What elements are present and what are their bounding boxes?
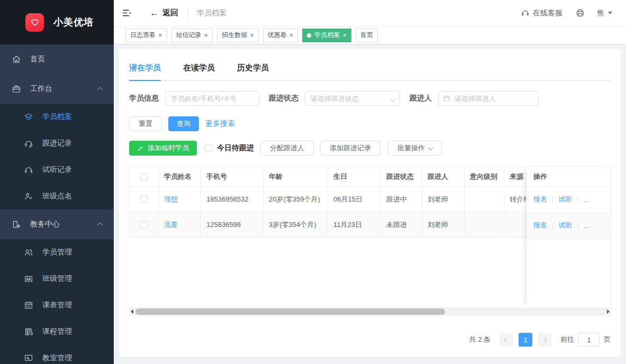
sidebar-item-follow-records[interactable]: 跟进记录 [0, 130, 114, 157]
sidebar-item-home[interactable]: 首页 [0, 44, 114, 74]
close-icon[interactable]: × [158, 32, 162, 39]
follow-status-select[interactable] [305, 91, 400, 106]
sidebar-item-classroom-management[interactable]: 教室管理 [0, 345, 114, 364]
filter-row: 学员信息 跟进状态 跟进人 [129, 91, 611, 106]
assign-follower-button[interactable]: 分配跟进人 [260, 141, 314, 156]
more-search-link[interactable]: 更多搜索 [205, 119, 235, 129]
more-actions-link[interactable]: ... [583, 196, 589, 204]
sidebar-item-course-management[interactable]: 课程管理 [0, 319, 114, 345]
pencil-icon [137, 145, 144, 152]
sidebar-item-class-management[interactable]: 班级管理 [0, 266, 114, 292]
tag-label: 日志查看 [130, 31, 156, 40]
sidebar-item-class-rollcall[interactable]: 班级点名 [0, 183, 114, 210]
goto-page-input[interactable] [578, 333, 600, 347]
divider [188, 8, 188, 18]
student-info-input[interactable] [165, 91, 259, 106]
page-number-button[interactable]: 1 [519, 333, 532, 347]
close-icon[interactable]: × [342, 32, 347, 39]
prev-page-button[interactable] [500, 333, 513, 347]
sidebar-item-student-archive[interactable]: 学员档案 [0, 104, 114, 130]
signup-link[interactable]: 报名 [533, 195, 547, 204]
tab-history-students[interactable]: 历史学员 [237, 63, 269, 80]
app-window: 小美优培 首页 工作台 学员档案 跟进记录 试听记录 [0, 0, 626, 364]
briefcase-icon [12, 84, 21, 94]
divider: | [577, 222, 578, 229]
row-operations: 报名 | 试听 | ... [527, 187, 611, 213]
row-checkbox[interactable] [140, 221, 148, 229]
student-name-link[interactable]: 流星 [164, 221, 178, 229]
tab-potential-students[interactable]: 潜在学员 [129, 63, 161, 81]
class-group-icon [24, 274, 33, 284]
printer-icon[interactable] [575, 8, 585, 18]
add-follow-record-button[interactable]: 添加跟进记录 [320, 141, 380, 156]
close-icon[interactable]: × [204, 32, 208, 39]
tag-coupons[interactable]: 优惠卷× [263, 29, 298, 42]
pagination: 共 2 条 1 前往 页 [129, 333, 611, 347]
scroll-right-arrow[interactable] [605, 307, 611, 316]
search-button[interactable]: 查询 [168, 116, 199, 131]
tag-log-view[interactable]: 日志查看× [125, 29, 167, 42]
cell-follow-status: 跟进中 [381, 187, 422, 212]
tab-enrolled-students[interactable]: 在读学员 [183, 63, 215, 80]
breadcrumb: 学员档案 [197, 8, 226, 18]
add-temp-student-button[interactable]: 添加临时学员 [129, 141, 197, 156]
tag-student-archive-active[interactable]: 学员档案× [302, 29, 351, 42]
sidebar-item-label: 班级管理 [42, 274, 72, 284]
sidebar-group-academic-center[interactable]: 教务中心 [0, 210, 114, 239]
chevron-down-icon [429, 143, 432, 151]
search-buttons-row: 重置 查询 更多搜索 [129, 116, 611, 131]
signup-link[interactable]: 报名 [533, 221, 547, 230]
graduation-cap-icon [24, 112, 33, 122]
online-service-label: 在线客服 [533, 8, 563, 18]
col-follow-status: 跟进状态 [381, 167, 422, 187]
chevron-left-icon [504, 338, 509, 342]
sidebar-item-label: 跟进记录 [42, 139, 72, 148]
scroll-left-arrow[interactable] [129, 307, 135, 316]
fixed-operation-column: 操作 报名 | 试听 | ... 报名 | 试听 | ... [527, 166, 611, 307]
today-follow-checkbox[interactable] [205, 144, 212, 152]
today-follow-label: 今日待跟进 [217, 143, 254, 153]
back-button[interactable]: ← 返回 [150, 8, 178, 19]
close-icon[interactable]: × [250, 32, 254, 39]
follower-label: 跟进人 [410, 94, 432, 103]
tag-sms-records[interactable]: 短信记录× [171, 29, 213, 42]
sidebar-item-student-management[interactable]: 学员管理 [0, 239, 114, 266]
table-row: 理想 18536956532 20岁(零359个月) 06月15日 跟进中 刘老… [130, 187, 527, 212]
audition-link[interactable]: 试听 [558, 195, 572, 204]
student-name-link[interactable]: 理想 [164, 195, 178, 203]
content-card: 潜在学员 在读学员 历史学员 学员信息 跟进状态 跟进人 [119, 49, 621, 357]
close-icon[interactable]: × [289, 32, 294, 39]
col-birthday: 生日 [328, 167, 381, 187]
student-type-tabs: 潜在学员 在读学员 历史学员 [129, 63, 611, 81]
sidebar-item-label: 班级点名 [42, 192, 72, 201]
more-actions-link[interactable]: ... [583, 222, 589, 230]
tag-home[interactable]: 首页 [356, 29, 378, 42]
row-checkbox[interactable] [140, 196, 148, 203]
online-service-button[interactable]: 在线客服 [521, 8, 563, 18]
col-follower: 跟进人 [422, 167, 465, 187]
next-page-button[interactable] [538, 333, 551, 347]
reset-button[interactable]: 重置 [129, 116, 162, 131]
sidebar-item-timetable-management[interactable]: 课表管理 [0, 292, 114, 319]
table-header-row: 学员姓名 手机号 年龄 生日 跟进状态 跟进人 意向级别 来源 [130, 167, 527, 187]
follow-status-select-input[interactable] [305, 91, 400, 106]
sidebar-fold-icon[interactable] [122, 8, 132, 18]
back-label: 返回 [162, 8, 178, 18]
scrollbar-thumb[interactable] [135, 308, 445, 315]
tags-view-bar: 日志查看× 短信记录× 招生数据× 优惠卷× 学员档案× 首页 [114, 26, 626, 44]
audition-link[interactable]: 试听 [558, 221, 572, 230]
sidebar-item-label: 课程管理 [42, 327, 72, 336]
batch-operation-button[interactable]: 批量操作 [388, 141, 442, 156]
sidebar-group-workbench[interactable]: 工作台 [0, 74, 114, 104]
follower-select[interactable] [438, 91, 539, 106]
add-temp-student-label: 添加临时学员 [148, 143, 189, 153]
user-menu[interactable]: 焦 [597, 8, 612, 18]
person-check-icon [24, 192, 33, 201]
tag-enrollment-data[interactable]: 招生数据× [217, 29, 259, 42]
books-icon [24, 327, 33, 336]
follower-select-input[interactable] [438, 91, 539, 106]
sidebar-item-audition-records[interactable]: 试听记录 [0, 157, 114, 183]
chevron-down-icon [391, 94, 395, 103]
select-all-checkbox[interactable] [140, 173, 148, 180]
horizontal-scrollbar[interactable] [129, 307, 611, 316]
